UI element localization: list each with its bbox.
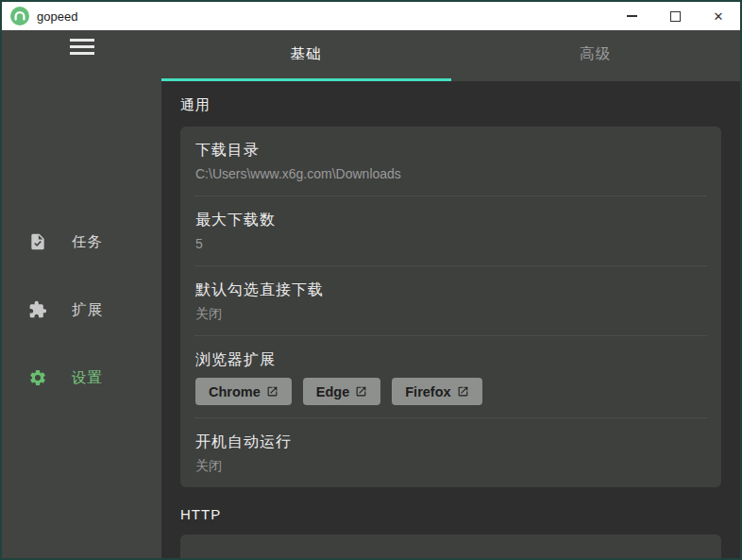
http-settings-card [180, 535, 721, 558]
button-label: Chrome [209, 384, 261, 399]
sidebar-item-label: 任务 [72, 232, 103, 252]
firefox-extension-button[interactable]: Firefox [392, 378, 481, 405]
sidebar-item-label: 设置 [72, 368, 103, 388]
sidebar-nav: 任务 扩展 设置 [2, 229, 161, 433]
titlebar: gopeed ✕ [2, 2, 740, 30]
gear-icon [28, 368, 47, 387]
general-settings-card: 下载目录 C:\Users\www.x6g.com\Downloads 最大下载… [180, 127, 721, 487]
open-in-new-icon [355, 385, 367, 398]
tab-advanced[interactable]: 高级 [451, 30, 741, 81]
task-document-check-icon [28, 232, 47, 251]
setting-title: 最大下载数 [195, 210, 706, 230]
setting-browser-extension: 浏览器扩展 Chrome Edge Firefox [180, 336, 721, 417]
section-title-general: 通用 [180, 96, 721, 114]
setting-max-downloads[interactable]: 最大下载数 5 [180, 196, 721, 265]
setting-download-directory[interactable]: 下载目录 C:\Users\www.x6g.com\Downloads [180, 127, 721, 195]
minimize-icon[interactable] [610, 2, 653, 30]
tab-bar: 基础 高级 [161, 30, 740, 81]
gopeed-logo-icon [10, 7, 29, 25]
window-controls: ✕ [610, 2, 740, 30]
open-in-new-icon [266, 385, 278, 398]
open-in-new-icon [457, 385, 469, 398]
setting-launch-at-startup[interactable]: 开机自动运行 关闭 [180, 418, 721, 487]
puzzle-piece-icon [28, 300, 47, 319]
button-label: Firefox [405, 384, 450, 399]
app-window: gopeed ✕ 任务 [0, 0, 742, 560]
edge-extension-button[interactable]: Edge [303, 378, 380, 405]
setting-value: 关闭 [195, 305, 706, 323]
browser-extension-buttons: Chrome Edge Firefox [195, 378, 706, 405]
sidebar-item-extensions[interactable]: 扩展 [2, 297, 161, 323]
app-body: 任务 扩展 设置 [2, 30, 740, 558]
tab-basic[interactable]: 基础 [161, 30, 451, 81]
setting-title: 下载目录 [195, 140, 706, 161]
chrome-extension-button[interactable]: Chrome [195, 378, 292, 405]
main-panel: 基础 高级 通用 下载目录 C:\Users\www.x6g.com\Downl… [161, 30, 740, 558]
sidebar: 任务 扩展 设置 [2, 30, 161, 558]
sidebar-item-label: 扩展 [72, 300, 103, 320]
setting-value: 5 [195, 235, 706, 253]
setting-title: 浏览器扩展 [195, 349, 706, 370]
button-label: Edge [316, 384, 349, 399]
sidebar-item-settings[interactable]: 设置 [2, 365, 161, 391]
close-icon[interactable]: ✕ [697, 2, 740, 30]
hamburger-menu-icon[interactable] [70, 39, 94, 55]
maximize-icon[interactable] [653, 2, 697, 30]
sidebar-item-tasks[interactable]: 任务 [2, 229, 161, 255]
setting-title: 开机自动运行 [195, 432, 706, 452]
setting-value: 关闭 [195, 457, 706, 475]
setting-title: 默认勾选直接下载 [195, 280, 706, 300]
setting-value: C:\Users\www.x6g.com\Downloads [195, 165, 706, 183]
setting-default-direct-download[interactable]: 默认勾选直接下载 关闭 [180, 266, 721, 335]
section-title-http: HTTP [180, 506, 721, 522]
window-title: gopeed [37, 9, 610, 24]
settings-content: 通用 下载目录 C:\Users\www.x6g.com\Downloads 最… [161, 81, 740, 558]
